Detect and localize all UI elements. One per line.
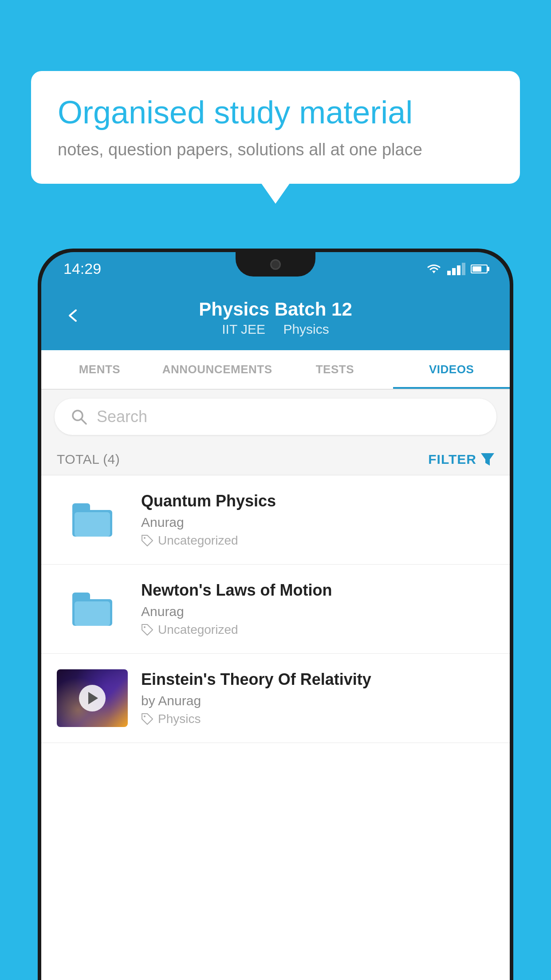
- tabs-bar: MENTS ANNOUNCEMENTS TESTS VIDEOS: [41, 350, 510, 390]
- video-thumb-folder-2: [57, 580, 128, 638]
- wifi-icon: [426, 263, 442, 275]
- video-thumb-einstein: [57, 669, 128, 727]
- search-placeholder[interactable]: Search: [97, 407, 481, 426]
- header-subtitle-part1: IIT JEE: [222, 322, 265, 336]
- video-title: Newton's Laws of Motion: [141, 581, 494, 600]
- speech-bubble-container: Organised study material notes, question…: [31, 71, 520, 184]
- search-bar[interactable]: Search: [55, 399, 496, 435]
- svg-point-5: [144, 626, 146, 628]
- video-info-3: Einstein's Theory Of Relativity by Anura…: [141, 670, 494, 726]
- video-list: Quantum Physics Anurag Uncategorized: [41, 475, 510, 980]
- folder-icon: [72, 593, 112, 626]
- list-item[interactable]: Newton's Laws of Motion Anurag Uncategor…: [41, 565, 510, 654]
- play-triangle-icon: [88, 692, 98, 704]
- app-header: Physics Batch 12 IIT JEE Physics: [41, 285, 510, 350]
- tab-announcements[interactable]: ANNOUNCEMENTS: [158, 350, 277, 389]
- folder-icon: [72, 503, 112, 537]
- filter-icon: [481, 453, 494, 466]
- svg-point-6: [144, 715, 146, 717]
- tab-tests[interactable]: TESTS: [276, 350, 393, 389]
- svg-line-2: [81, 419, 86, 424]
- battery-icon: [471, 265, 488, 273]
- tab-videos[interactable]: VIDEOS: [393, 350, 510, 389]
- video-author: by Anurag: [141, 693, 494, 708]
- svg-marker-3: [481, 453, 494, 466]
- status-time: 14:29: [63, 260, 101, 277]
- filter-bar: TOTAL (4) FILTER: [41, 444, 510, 475]
- video-author: Anurag: [141, 515, 494, 530]
- tag-icon: [141, 624, 153, 636]
- video-title: Quantum Physics: [141, 492, 494, 510]
- header-subtitle-part2: Physics: [283, 322, 329, 336]
- video-thumb-folder-1: [57, 491, 128, 549]
- tag-value: Uncategorized: [158, 533, 238, 548]
- back-button[interactable]: [63, 307, 81, 329]
- header-subtitle: IIT JEE Physics: [94, 322, 457, 337]
- video-tag: Uncategorized: [141, 623, 494, 637]
- tag-icon: [141, 713, 153, 725]
- video-author: Anurag: [141, 604, 494, 619]
- signal-bars-icon: [447, 263, 465, 275]
- video-tag: Uncategorized: [141, 533, 494, 548]
- header-title-group: Physics Batch 12 IIT JEE Physics: [94, 299, 457, 337]
- svg-point-4: [144, 537, 146, 539]
- header-title: Physics Batch 12: [94, 299, 457, 320]
- video-title: Einstein's Theory Of Relativity: [141, 670, 494, 689]
- tag-value: Uncategorized: [158, 623, 238, 637]
- tag-icon: [141, 534, 153, 547]
- app-content: Physics Batch 12 IIT JEE Physics MENTS A…: [41, 285, 510, 980]
- phone-frame: 14:29: [38, 249, 513, 980]
- search-bar-container: Search: [41, 390, 510, 444]
- video-info-1: Quantum Physics Anurag Uncategorized: [141, 492, 494, 548]
- tag-value: Physics: [158, 712, 201, 726]
- filter-button[interactable]: FILTER: [428, 452, 494, 467]
- camera-dot: [270, 259, 281, 270]
- status-bar: 14:29: [41, 252, 510, 285]
- bubble-subtitle: notes, question papers, solutions all at…: [58, 140, 493, 159]
- play-button[interactable]: [79, 685, 106, 711]
- phone-inner: 14:29: [41, 252, 510, 980]
- filter-label: FILTER: [428, 452, 476, 467]
- list-item[interactable]: Einstein's Theory Of Relativity by Anura…: [41, 654, 510, 743]
- video-tag: Physics: [141, 712, 494, 726]
- list-item[interactable]: Quantum Physics Anurag Uncategorized: [41, 475, 510, 565]
- speech-bubble: Organised study material notes, question…: [31, 71, 520, 184]
- svg-marker-0: [432, 271, 436, 273]
- bubble-title: Organised study material: [58, 93, 493, 131]
- video-info-2: Newton's Laws of Motion Anurag Uncategor…: [141, 581, 494, 637]
- status-icons: [426, 263, 488, 275]
- tab-ments[interactable]: MENTS: [41, 350, 158, 389]
- total-count: TOTAL (4): [57, 452, 120, 467]
- search-icon: [70, 408, 88, 426]
- notch: [236, 252, 315, 277]
